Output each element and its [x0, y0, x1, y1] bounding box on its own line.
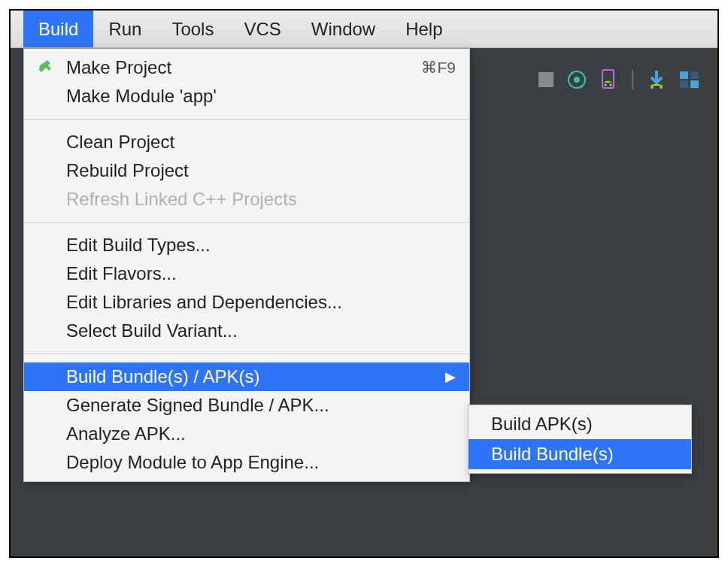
sync-gradle-icon[interactable] — [567, 70, 587, 89]
menu-item-label: Edit Flavors... — [66, 263, 177, 284]
menu-clean-project[interactable]: Clean Project — [24, 128, 469, 156]
menu-window[interactable]: Window — [296, 11, 390, 47]
menu-rebuild-project[interactable]: Rebuild Project — [24, 156, 469, 185]
menu-item-label: Build APK(s) — [491, 414, 593, 435]
menu-build[interactable]: Build — [23, 11, 93, 47]
menu-separator — [24, 222, 469, 223]
svg-rect-12 — [690, 80, 699, 88]
menu-item-label: Edit Build Types... — [66, 235, 211, 256]
menu-vcs[interactable]: VCS — [229, 11, 296, 47]
avd-manager-icon[interactable] — [600, 69, 618, 90]
sdk-manager-icon[interactable] — [647, 69, 666, 90]
menu-item-label: Deploy Module to App Engine... — [66, 452, 319, 473]
menu-separator — [24, 119, 469, 120]
menu-make-project[interactable]: Make Project ⌘F9 — [24, 53, 469, 82]
menu-item-label: Make Project — [66, 57, 171, 78]
svg-point-2 — [574, 77, 580, 83]
menu-item-label: Analyze APK... — [66, 423, 186, 444]
menu-generate-signed[interactable]: Generate Signed Bundle / APK... — [24, 391, 469, 420]
submenu-build-bundles[interactable]: Build Bundle(s) — [469, 439, 691, 469]
toolbar — [535, 63, 702, 96]
svg-point-7 — [651, 86, 654, 89]
menu-item-label: Build Bundle(s) / APK(s) — [66, 366, 259, 387]
menu-separator — [24, 353, 469, 354]
menubar: Build Run Tools VCS Window Help — [11, 11, 717, 48]
menu-make-module[interactable]: Make Module 'app' — [24, 82, 469, 111]
build-menu-dropdown: Make Project ⌘F9 Make Module 'app' Clean… — [23, 48, 470, 482]
menu-help[interactable]: Help — [390, 11, 457, 47]
svg-point-8 — [660, 86, 663, 89]
menu-item-label: Make Module 'app' — [66, 86, 217, 107]
svg-rect-9 — [680, 71, 688, 79]
menu-item-label: Rebuild Project — [66, 160, 189, 181]
hammer-icon — [36, 57, 57, 78]
chevron-right-icon: ▶ — [445, 368, 456, 385]
menu-item-label: Build Bundle(s) — [491, 444, 614, 465]
svg-rect-6 — [632, 70, 633, 89]
menu-edit-libraries[interactable]: Edit Libraries and Dependencies... — [24, 288, 469, 317]
divider — [632, 70, 633, 89]
menu-analyze-apk[interactable]: Analyze APK... — [24, 420, 469, 448]
menu-run[interactable]: Run — [93, 11, 156, 47]
menu-item-label: Refresh Linked C++ Projects — [66, 189, 297, 210]
menu-refresh-cpp: Refresh Linked C++ Projects — [24, 185, 469, 214]
menu-shortcut: ⌘F9 — [421, 59, 456, 77]
svg-point-5 — [609, 83, 611, 86]
menu-item-label: Generate Signed Bundle / APK... — [66, 395, 329, 416]
svg-point-4 — [604, 83, 606, 86]
svg-rect-3 — [602, 70, 614, 88]
menu-deploy-app-engine[interactable]: Deploy Module to App Engine... — [24, 448, 469, 477]
menu-select-build-variant[interactable]: Select Build Variant... — [24, 317, 469, 345]
menu-build-bundles-apks[interactable]: Build Bundle(s) / APK(s) ▶ — [24, 362, 469, 391]
svg-rect-10 — [690, 71, 699, 79]
menu-tools[interactable]: Tools — [156, 11, 229, 47]
menu-item-label: Clean Project — [66, 132, 174, 153]
menu-edit-build-types[interactable]: Edit Build Types... — [24, 231, 469, 259]
stop-icon[interactable] — [538, 72, 554, 87]
submenu-build-apks[interactable]: Build APK(s) — [469, 409, 691, 439]
menu-item-label: Select Build Variant... — [66, 320, 238, 341]
build-bundles-submenu: Build APK(s) Build Bundle(s) — [468, 405, 692, 474]
svg-rect-11 — [680, 80, 688, 88]
menu-item-label: Edit Libraries and Dependencies... — [66, 292, 342, 313]
layout-icon[interactable] — [680, 71, 699, 88]
svg-rect-0 — [538, 72, 554, 87]
menu-edit-flavors[interactable]: Edit Flavors... — [24, 259, 469, 288]
